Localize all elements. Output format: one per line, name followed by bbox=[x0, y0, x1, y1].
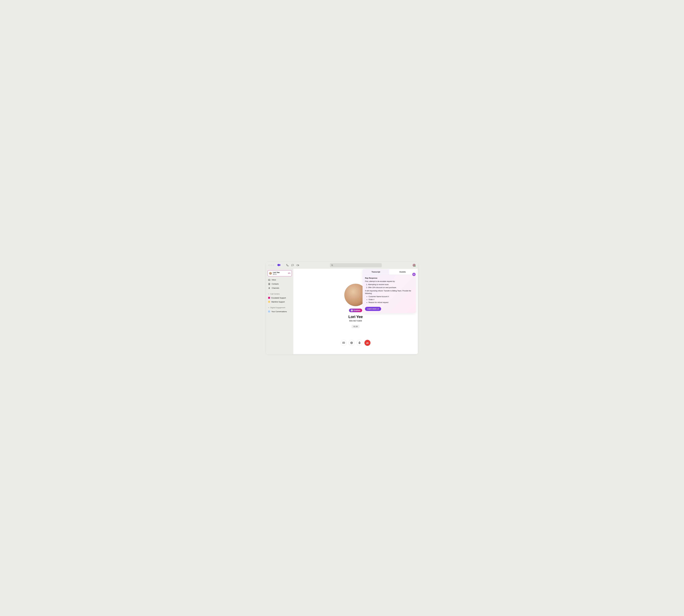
record-icon bbox=[350, 342, 353, 344]
sidebar-item-mainline-support[interactable]: Mainline Support bbox=[268, 300, 292, 304]
color-chip-icon bbox=[268, 310, 270, 312]
svg-point-4 bbox=[269, 283, 270, 284]
search-input[interactable] bbox=[330, 263, 382, 267]
call-timer: 01:28 bbox=[351, 325, 360, 328]
screenshare-icon bbox=[342, 342, 345, 344]
assist-step: Offer 20% discount on next purchase. bbox=[368, 286, 413, 289]
nav-label: Escalated Support bbox=[271, 297, 286, 299]
main-content: Ai Enabled Lori Yee 555-567-5309 01:28 bbox=[293, 269, 418, 354]
assist-bullet: Reason for refund request bbox=[368, 301, 413, 304]
caller-name: Lori Yee bbox=[273, 271, 287, 273]
section-label: Call Centers bbox=[270, 293, 280, 295]
mute-button[interactable] bbox=[357, 340, 363, 346]
assist-step: Attempting to resolve issue. bbox=[368, 283, 413, 286]
chevron-down-icon bbox=[268, 293, 270, 295]
svg-line-2 bbox=[333, 266, 333, 266]
hangup-icon bbox=[366, 342, 369, 344]
contact-phone: 555-567-5309 bbox=[349, 320, 362, 322]
close-window-dot[interactable] bbox=[268, 265, 270, 266]
call-duration: 06:01 bbox=[273, 273, 287, 275]
nav-label: Your Conversations bbox=[271, 310, 287, 313]
nav-label: Mainline Support bbox=[271, 301, 285, 303]
minimize-window-dot[interactable] bbox=[271, 265, 272, 266]
color-chip-icon bbox=[268, 297, 270, 299]
microphone-icon bbox=[358, 342, 361, 344]
call-controls bbox=[341, 340, 370, 346]
learn-more-label: Learn more bbox=[367, 308, 377, 310]
assist-heading: Rep Response bbox=[365, 277, 413, 280]
titlebar bbox=[266, 262, 418, 269]
section-label: Digital Engagement bbox=[270, 307, 285, 309]
sidebar-item-escalated-support[interactable]: Escalated Support bbox=[268, 296, 292, 300]
search-icon bbox=[331, 264, 333, 266]
assist-intro: First, attempt to de-escalate request by… bbox=[365, 280, 413, 283]
section-digital-engagement[interactable]: Digital Engagement bbox=[268, 306, 292, 309]
hangup-mini-icon[interactable] bbox=[288, 272, 290, 274]
sidebar-item-channels[interactable]: Channels bbox=[268, 286, 292, 290]
section-call-centers[interactable]: Call Centers bbox=[268, 292, 292, 296]
svg-point-1 bbox=[332, 265, 333, 266]
enabled-label: Enabled bbox=[354, 309, 360, 311]
svg-point-11 bbox=[351, 342, 352, 343]
sidebar-item-inbox[interactable]: Inbox bbox=[268, 278, 292, 282]
contacts-icon bbox=[268, 283, 270, 285]
svg-rect-0 bbox=[297, 265, 298, 266]
svg-rect-12 bbox=[359, 342, 360, 343]
learn-more-button[interactable]: Learn more bbox=[365, 307, 381, 311]
hangup-button[interactable] bbox=[364, 340, 370, 346]
assist-panel: Transcript Assists Rep Response First, a… bbox=[363, 269, 416, 313]
video-icon[interactable] bbox=[297, 264, 299, 266]
assist-bullet: Order # bbox=[368, 298, 413, 301]
sidebar-item-your-conversations[interactable]: Your Conversations bbox=[268, 310, 292, 313]
sidebar-item-contacts[interactable]: Contacts bbox=[268, 282, 292, 286]
ai-mini-icon: Ai bbox=[351, 309, 353, 311]
tab-assists[interactable]: Assists bbox=[389, 269, 416, 275]
phone-icon[interactable] bbox=[286, 264, 289, 266]
app-window: Lori Yee 06:01 Inbox Contacts Channels C… bbox=[266, 262, 418, 354]
contact-name: Lori Yee bbox=[348, 315, 363, 319]
nav-label: Contacts bbox=[272, 283, 279, 285]
tab-transcript[interactable]: Transcript bbox=[363, 269, 389, 275]
svg-line-8 bbox=[269, 287, 270, 289]
screenshare-button[interactable] bbox=[341, 340, 347, 346]
caller-avatar bbox=[269, 272, 272, 275]
record-button[interactable] bbox=[348, 340, 355, 346]
ai-badge-icon[interactable]: Ai bbox=[412, 273, 416, 276]
message-icon[interactable] bbox=[291, 264, 294, 266]
assist-bullet: Customer Name Account # bbox=[368, 295, 413, 298]
maximize-window-dot[interactable] bbox=[273, 265, 274, 266]
window-controls bbox=[268, 265, 274, 266]
color-chip-icon bbox=[268, 301, 270, 303]
nav-label: Inbox bbox=[272, 279, 276, 281]
nav-label: Channels bbox=[272, 287, 279, 289]
channels-icon bbox=[268, 287, 270, 289]
ai-enabled-badge: Ai Enabled bbox=[349, 309, 362, 312]
inbox-icon bbox=[268, 279, 270, 281]
chevron-down-icon bbox=[268, 307, 270, 308]
presence-indicator bbox=[415, 266, 416, 267]
external-link-icon bbox=[377, 308, 379, 310]
user-avatar[interactable] bbox=[413, 264, 416, 267]
app-logo-icon bbox=[277, 264, 280, 266]
active-call-card[interactable]: Lori Yee 06:01 bbox=[268, 270, 292, 276]
assist-followup: If still requesting refund: Transfer to … bbox=[365, 290, 413, 295]
sidebar: Lori Yee 06:01 Inbox Contacts Channels C… bbox=[266, 269, 293, 354]
svg-point-10 bbox=[350, 342, 353, 344]
